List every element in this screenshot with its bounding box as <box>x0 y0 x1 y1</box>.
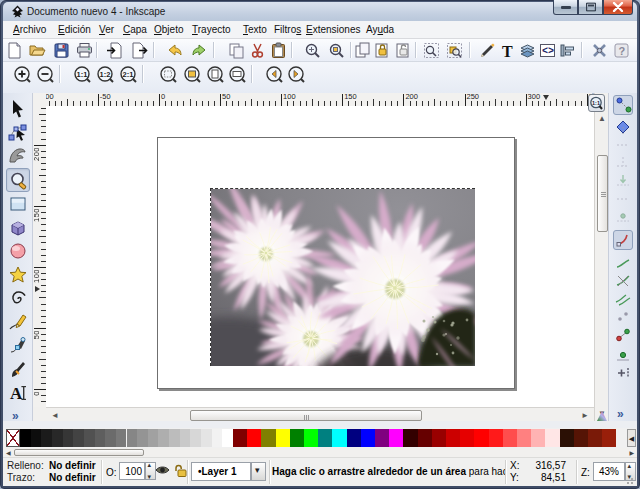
svg-text:1:2: 1:2 <box>100 70 111 79</box>
svg-text:A: A <box>10 384 23 403</box>
svg-text:<>: <> <box>542 46 554 57</box>
svg-text:1:1: 1:1 <box>77 70 88 79</box>
svg-text:T: T <box>502 43 513 60</box>
svg-text:2:1: 2:1 <box>123 70 134 79</box>
svg-text:1:1: 1:1 <box>592 100 600 106</box>
svg-text:?: ? <box>619 45 626 57</box>
